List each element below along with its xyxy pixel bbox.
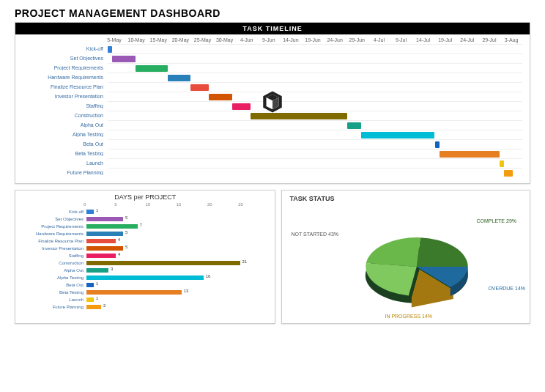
hbar-bar: [86, 283, 94, 287]
gantt-date-tick: 14-Jul: [412, 37, 434, 42]
hbar-track: 2: [86, 304, 269, 310]
gantt-task-label: Staffing: [23, 103, 108, 108]
hbar-label: Construction: [21, 261, 86, 265]
gantt-date-tick: 29-Jun: [346, 37, 368, 42]
gantt-row: Alpha Out: [23, 120, 522, 130]
hbar-value: 16: [206, 274, 211, 278]
hbar-row: Launch1: [21, 296, 269, 303]
hbar-label: Set Objectives: [21, 217, 86, 221]
hbar-tick: 5: [114, 202, 145, 207]
gantt-row: Future Planning: [23, 168, 522, 177]
hbar-row: Staffing4: [21, 252, 269, 259]
hbar-row: Investor Presentation5: [21, 245, 269, 252]
gantt-date-tick: 30-May: [214, 37, 236, 42]
gantt-bar: [136, 65, 168, 72]
hbar-label: Launch: [21, 297, 86, 302]
hbar-tick: 25: [238, 202, 269, 207]
gantt-task-label: Hardware Requirements: [23, 75, 108, 80]
watermark-logo-icon: [260, 89, 285, 117]
gantt-track: [108, 111, 522, 121]
hbar-track: 1: [86, 209, 269, 215]
hbar-tick: 20: [207, 202, 238, 207]
hbar-bar: [86, 275, 204, 280]
pie-label-complete: COMPLETE 29%: [477, 218, 516, 223]
gantt-track: [108, 149, 522, 159]
timeline-header: TASK TIMELINE: [15, 23, 530, 34]
hbar-label: Beta Out: [21, 283, 86, 287]
hbar-value: 5: [125, 215, 127, 220]
hbar-track: 13: [86, 289, 269, 295]
days-chart-rows: Kick-off1Set Objectives5Project Requirem…: [21, 208, 269, 311]
days-chart-title: DAYS per PROJECT: [15, 191, 275, 202]
gantt-date-tick: 4-Jul: [368, 37, 390, 42]
gantt-track: [108, 120, 522, 130]
hbar-bar: [86, 210, 94, 214]
gantt-track: [108, 53, 522, 64]
hbar-value: 1: [96, 281, 98, 286]
hbar-value: 7: [140, 223, 142, 227]
gantt-track: [108, 92, 522, 102]
hbar-bar: [86, 217, 123, 221]
gantt-row: Launch: [23, 158, 522, 168]
task-status-panel: TASK STATUS COMPLETE 29% NOT STAR: [281, 190, 530, 324]
hbar-row: Beta Testing13: [21, 289, 269, 296]
gantt-task-label: Future Planning: [23, 170, 108, 175]
hbar-row: Alpha Testing16: [21, 274, 269, 281]
gantt-bar: [108, 46, 112, 53]
gantt-task-label: Beta Out: [23, 141, 108, 147]
gantt-date-tick: 4-Jun: [236, 37, 258, 42]
hbar-value: 3: [111, 267, 113, 271]
hbar-bar: [86, 305, 101, 309]
hbar-track: 1: [86, 297, 269, 303]
hbar-track: 5: [86, 216, 269, 222]
gantt-date-tick: 24-Jun: [324, 37, 346, 42]
hbar-row: Project Requirements7: [21, 223, 269, 230]
hbar-bar: [86, 290, 182, 295]
gantt-task-label: Alpha Testing: [23, 132, 108, 137]
gantt-track: [108, 82, 522, 92]
gantt-date-tick: 24-Jul: [456, 37, 478, 42]
pie-chart: COMPLETE 29% NOT STARTED 43% OVERDUE 14%…: [282, 202, 530, 323]
gantt-bar: [440, 151, 500, 158]
hbar-bar: [86, 239, 116, 243]
gantt-row: Set Objectives: [23, 53, 522, 63]
hbar-value: 5: [125, 245, 127, 249]
gantt-date-tick: 9-Jul: [390, 37, 412, 42]
gantt-task-label: Kick-off: [23, 46, 108, 51]
gantt-row: Beta Out: [23, 139, 522, 149]
hbar-tick: 10: [145, 202, 176, 207]
hbar-label: Finalize Resource Plan: [21, 239, 86, 243]
hbar-track: 7: [86, 223, 269, 229]
gantt-track: [108, 44, 522, 54]
gantt-bar: [435, 141, 440, 148]
gantt-date-axis: 5-May10-May15-May20-May25-May30-May4-Jun…: [23, 37, 522, 42]
gantt-task-label: Finalize Resource Plan: [23, 84, 108, 89]
hbar-track: 4: [86, 238, 269, 244]
hbar-track: 21: [86, 260, 269, 266]
hbar-label: Staffing: [21, 254, 86, 258]
hbar-tick: 0: [84, 202, 114, 207]
hbar-track: 1: [86, 282, 269, 288]
hbar-row: Hardware Requirements5: [21, 230, 269, 237]
hbar-bar: [86, 246, 123, 251]
hbar-label: Future Planning: [21, 305, 86, 309]
gantt-bar: [232, 103, 251, 110]
hbar-bar: [86, 232, 123, 236]
hbar-label: Alpha Testing: [21, 275, 86, 280]
gantt-task-label: Construction: [23, 113, 108, 118]
hbar-track: 4: [86, 253, 269, 259]
hbar-label: Alpha Out: [21, 268, 86, 273]
hbar-row: Finalize Resource Plan4: [21, 237, 269, 245]
gantt-task-label: Set Objectives: [23, 56, 108, 61]
hbar-value: 1: [96, 296, 98, 300]
days-per-project-panel: DAYS per PROJECT 0510152025 Kick-off1Set…: [15, 190, 275, 324]
gantt-task-label: Investor Presentation: [23, 94, 108, 99]
gantt-row: Beta Testing: [23, 149, 522, 158]
hbar-value: 4: [118, 252, 120, 256]
gantt-row: Hardware Requirements: [23, 73, 522, 82]
gantt-track: [108, 73, 522, 83]
hbar-value: 4: [118, 237, 120, 242]
hbar-value: 2: [103, 303, 105, 308]
gantt-date-tick: 15-May: [147, 37, 169, 42]
gantt-track: [108, 63, 522, 73]
